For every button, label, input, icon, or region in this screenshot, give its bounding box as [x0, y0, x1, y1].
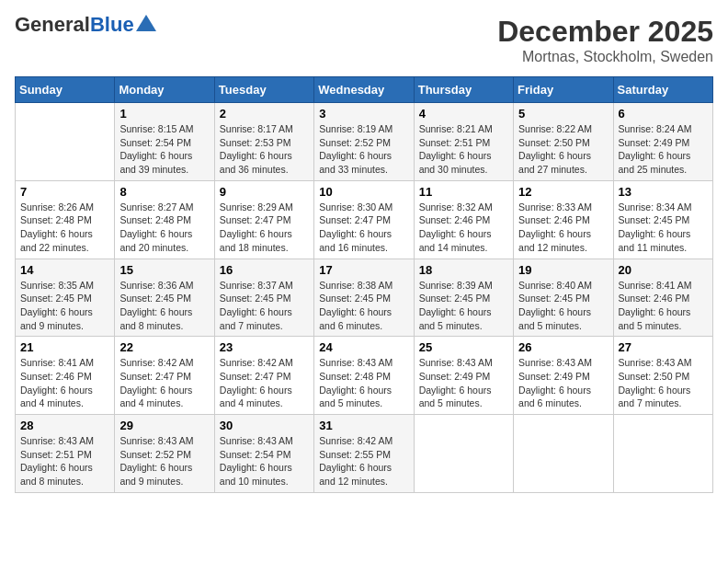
calendar-cell: 15Sunrise: 8:36 AMSunset: 2:45 PMDayligh…: [115, 259, 214, 337]
day-number: 25: [419, 340, 508, 354]
cell-content: Sunrise: 8:36 AMSunset: 2:45 PMDaylight:…: [119, 279, 209, 333]
day-number: 28: [20, 419, 109, 432]
cell-content: Sunrise: 8:42 AMSunset: 2:47 PMDaylight:…: [119, 356, 209, 410]
calendar-cell: [514, 415, 613, 493]
logo-text: GeneralBlue: [15, 15, 134, 35]
header-cell-monday: Monday: [115, 77, 214, 103]
calendar-week-4: 21Sunrise: 8:41 AMSunset: 2:46 PMDayligh…: [16, 337, 713, 415]
calendar-cell: 17Sunrise: 8:38 AMSunset: 2:45 PMDayligh…: [314, 259, 414, 337]
cell-content: Sunrise: 8:32 AMSunset: 2:46 PMDaylight:…: [419, 201, 508, 255]
header-cell-sunday: Sunday: [16, 77, 115, 103]
calendar-cell: 31Sunrise: 8:42 AMSunset: 2:55 PMDayligh…: [314, 415, 414, 493]
cell-content: Sunrise: 8:21 AMSunset: 2:51 PMDaylight:…: [419, 122, 508, 177]
cell-content: Sunrise: 8:15 AMSunset: 2:54 PMDaylight:…: [119, 122, 209, 177]
calendar-week-3: 14Sunrise: 8:35 AMSunset: 2:45 PMDayligh…: [16, 259, 713, 337]
calendar-cell: 26Sunrise: 8:43 AMSunset: 2:49 PMDayligh…: [514, 337, 613, 415]
header-cell-wednesday: Wednesday: [314, 77, 414, 103]
calendar-cell: [414, 415, 513, 493]
cell-content: Sunrise: 8:24 AMSunset: 2:49 PMDaylight:…: [619, 122, 708, 177]
day-number: 10: [319, 185, 408, 199]
location: Mortnas, Stockholm, Sweden: [497, 49, 713, 65]
cell-content: Sunrise: 8:43 AMSunset: 2:49 PMDaylight:…: [419, 356, 508, 410]
month-title: December 2025: [497, 15, 713, 49]
calendar-body: 1Sunrise: 8:15 AMSunset: 2:54 PMDaylight…: [16, 103, 713, 493]
calendar-cell: 11Sunrise: 8:32 AMSunset: 2:46 PMDayligh…: [414, 180, 513, 259]
calendar-cell: 25Sunrise: 8:43 AMSunset: 2:49 PMDayligh…: [414, 337, 513, 415]
header-cell-thursday: Thursday: [414, 77, 513, 103]
calendar-cell: 9Sunrise: 8:29 AMSunset: 2:47 PMDaylight…: [214, 180, 313, 259]
logo-blue: Blue: [90, 13, 134, 36]
calendar-week-1: 1Sunrise: 8:15 AMSunset: 2:54 PMDaylight…: [16, 103, 713, 181]
day-number: 21: [20, 340, 109, 354]
calendar-week-5: 28Sunrise: 8:43 AMSunset: 2:51 PMDayligh…: [16, 415, 713, 493]
day-number: 26: [518, 340, 608, 354]
calendar-cell: 27Sunrise: 8:43 AMSunset: 2:50 PMDayligh…: [613, 337, 712, 415]
header-row: SundayMondayTuesdayWednesdayThursdayFrid…: [16, 77, 713, 103]
day-number: 12: [518, 185, 608, 199]
calendar-cell: 28Sunrise: 8:43 AMSunset: 2:51 PMDayligh…: [16, 415, 115, 493]
logo-icon: [136, 15, 156, 31]
cell-content: Sunrise: 8:39 AMSunset: 2:45 PMDaylight:…: [419, 279, 508, 333]
calendar-header: SundayMondayTuesdayWednesdayThursdayFrid…: [16, 77, 713, 103]
calendar-cell: 24Sunrise: 8:43 AMSunset: 2:48 PMDayligh…: [314, 337, 414, 415]
cell-content: Sunrise: 8:43 AMSunset: 2:54 PMDaylight:…: [220, 434, 309, 488]
day-number: 5: [518, 107, 608, 121]
day-number: 14: [20, 263, 109, 277]
header-cell-saturday: Saturday: [613, 77, 712, 103]
cell-content: Sunrise: 8:42 AMSunset: 2:47 PMDaylight:…: [220, 356, 309, 410]
title-block: December 2025 Mortnas, Stockholm, Sweden: [497, 15, 713, 65]
calendar-cell: 18Sunrise: 8:39 AMSunset: 2:45 PMDayligh…: [414, 259, 513, 337]
day-number: 15: [119, 263, 209, 277]
calendar-cell: 23Sunrise: 8:42 AMSunset: 2:47 PMDayligh…: [214, 337, 313, 415]
day-number: 4: [419, 107, 508, 121]
cell-content: Sunrise: 8:26 AMSunset: 2:48 PMDaylight:…: [20, 201, 109, 255]
cell-content: Sunrise: 8:17 AMSunset: 2:53 PMDaylight:…: [220, 122, 309, 177]
page-header: GeneralBlue December 2025 Mortnas, Stock…: [15, 15, 713, 65]
calendar-cell: 20Sunrise: 8:41 AMSunset: 2:46 PMDayligh…: [613, 259, 712, 337]
calendar-cell: 10Sunrise: 8:30 AMSunset: 2:47 PMDayligh…: [314, 180, 414, 259]
day-number: 20: [619, 263, 708, 277]
cell-content: Sunrise: 8:43 AMSunset: 2:49 PMDaylight:…: [518, 356, 608, 410]
cell-content: Sunrise: 8:29 AMSunset: 2:47 PMDaylight:…: [220, 201, 309, 255]
day-number: 22: [119, 340, 209, 354]
logo: GeneralBlue: [15, 15, 156, 35]
cell-content: Sunrise: 8:22 AMSunset: 2:50 PMDaylight:…: [518, 122, 608, 177]
logo-general: General: [15, 13, 90, 36]
day-number: 18: [419, 263, 508, 277]
calendar-cell: 4Sunrise: 8:21 AMSunset: 2:51 PMDaylight…: [414, 103, 513, 181]
cell-content: Sunrise: 8:41 AMSunset: 2:46 PMDaylight:…: [619, 279, 708, 333]
calendar-cell: 5Sunrise: 8:22 AMSunset: 2:50 PMDaylight…: [514, 103, 613, 181]
day-number: 23: [220, 340, 309, 354]
day-number: 30: [220, 419, 309, 432]
cell-content: Sunrise: 8:34 AMSunset: 2:45 PMDaylight:…: [619, 201, 708, 255]
calendar-cell: 30Sunrise: 8:43 AMSunset: 2:54 PMDayligh…: [214, 415, 313, 493]
calendar-cell: 12Sunrise: 8:33 AMSunset: 2:46 PMDayligh…: [514, 180, 613, 259]
day-number: 27: [619, 340, 708, 354]
day-number: 8: [119, 185, 209, 199]
header-cell-tuesday: Tuesday: [214, 77, 313, 103]
day-number: 17: [319, 263, 408, 277]
calendar-table: SundayMondayTuesdayWednesdayThursdayFrid…: [15, 76, 713, 493]
day-number: 9: [220, 185, 309, 199]
calendar-cell: 22Sunrise: 8:42 AMSunset: 2:47 PMDayligh…: [115, 337, 214, 415]
day-number: 16: [220, 263, 309, 277]
cell-content: Sunrise: 8:38 AMSunset: 2:45 PMDaylight:…: [319, 279, 408, 333]
day-number: 13: [619, 185, 708, 199]
calendar-cell: 8Sunrise: 8:27 AMSunset: 2:48 PMDaylight…: [115, 180, 214, 259]
day-number: 31: [319, 419, 408, 432]
day-number: 29: [119, 419, 209, 432]
cell-content: Sunrise: 8:19 AMSunset: 2:52 PMDaylight:…: [319, 122, 408, 177]
cell-content: Sunrise: 8:27 AMSunset: 2:48 PMDaylight:…: [119, 201, 209, 255]
calendar-cell: 7Sunrise: 8:26 AMSunset: 2:48 PMDaylight…: [16, 180, 115, 259]
day-number: 7: [20, 185, 109, 199]
cell-content: Sunrise: 8:42 AMSunset: 2:55 PMDaylight:…: [319, 434, 408, 488]
calendar-cell: [16, 103, 115, 181]
cell-content: Sunrise: 8:43 AMSunset: 2:50 PMDaylight:…: [619, 356, 708, 410]
cell-content: Sunrise: 8:40 AMSunset: 2:45 PMDaylight:…: [518, 279, 608, 333]
calendar-cell: 2Sunrise: 8:17 AMSunset: 2:53 PMDaylight…: [214, 103, 313, 181]
calendar-cell: 21Sunrise: 8:41 AMSunset: 2:46 PMDayligh…: [16, 337, 115, 415]
cell-content: Sunrise: 8:37 AMSunset: 2:45 PMDaylight:…: [220, 279, 309, 333]
cell-content: Sunrise: 8:33 AMSunset: 2:46 PMDaylight:…: [518, 201, 608, 255]
day-number: 1: [119, 107, 209, 121]
calendar-cell: 14Sunrise: 8:35 AMSunset: 2:45 PMDayligh…: [16, 259, 115, 337]
